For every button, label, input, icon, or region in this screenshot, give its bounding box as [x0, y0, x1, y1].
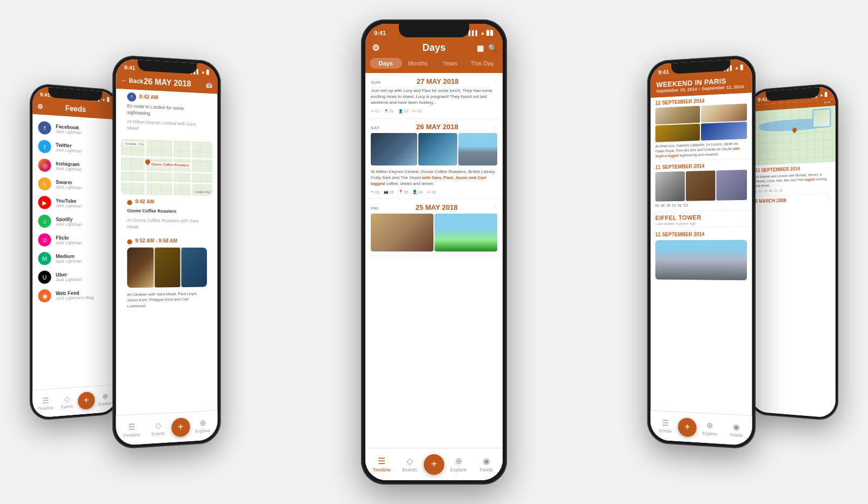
- footer-entry: At Caravan with Sara Mead, Paul Lloyd, J…: [121, 291, 212, 309]
- timeline-icon-3: ☰: [378, 456, 385, 466]
- list-item[interactable]: M Medium Jack Lightman: [32, 249, 117, 268]
- weekday-3: FRI: [371, 206, 378, 211]
- map-grid: Hospital - City Ozone Coffee Roasters Lo…: [121, 139, 212, 196]
- tab-feeds-3[interactable]: ◉ Feeds: [472, 456, 500, 473]
- map-area-label: London City: [195, 190, 211, 194]
- date-1: 27 MAY 2018: [380, 77, 495, 85]
- tab-events-2[interactable]: ◇ Events: [145, 420, 171, 437]
- feeds-icon-3: ◉: [483, 456, 490, 466]
- photo-dog: [371, 214, 433, 251]
- list-item[interactable]: U Uber Jack Lightman: [32, 267, 117, 287]
- day-header-2: SAT 26 MAY 2018 ↑: [371, 123, 497, 131]
- map-label-ozone: Ozone Coffee Roasters: [149, 162, 191, 168]
- phone-timeline: 9:41 ▌▌▌ ▲ ▊ ← Back 26 MAY 2018 📅: [112, 55, 221, 449]
- section-header-march: 6 MARCH 2008 ↑: [755, 197, 831, 204]
- timeline-entry-2: 9:42 AM Ozone Coffee Roasters At Ozone C…: [121, 198, 212, 238]
- gear-icon[interactable]: ⚙: [37, 103, 43, 111]
- list-item[interactable]: ♫ Spotify Jack Lightman: [32, 211, 117, 231]
- timeline-icon-2: ☰: [128, 422, 135, 432]
- pattern-photo: [418, 133, 457, 165]
- explore-icon-4: ⊕: [706, 421, 713, 430]
- search-icon-3[interactable]: 🔍: [488, 44, 497, 52]
- tab-explore-3[interactable]: ⊕ Explore: [444, 456, 472, 473]
- feeds-title: Feeds: [65, 104, 86, 114]
- back-button[interactable]: ← Back: [121, 77, 143, 85]
- share-icon-1[interactable]: ↑: [495, 79, 497, 85]
- paris-section-1: 12 SEPTEMBER 2014 ↑ At Hôtel Icon, Galer…: [651, 92, 752, 162]
- swarm-dot-2: [127, 239, 132, 244]
- fab-button[interactable]: +: [78, 391, 95, 409]
- map-area: Hospital - City Ozone Coffee Roasters Lo…: [121, 139, 212, 196]
- fab-button-2[interactable]: +: [171, 417, 190, 437]
- events-icon-3: ◇: [406, 456, 413, 466]
- day-entry-3: FRI 25 MAY 2018 ↑: [365, 199, 503, 256]
- feed-info: YouTube Jack Lightman: [56, 198, 82, 209]
- stat-tag: 🏷 01: [412, 109, 422, 114]
- tab-days[interactable]: Days: [370, 58, 402, 69]
- feed-info: Flickr Jack Lightman: [56, 235, 82, 245]
- photos-row: [127, 248, 207, 288]
- tab-timeline-2[interactable]: ☰ Timeline: [118, 421, 145, 439]
- tab-months[interactable]: Months: [402, 58, 435, 69]
- bird-photo: [458, 133, 497, 165]
- weekday-2: SAT: [371, 125, 380, 130]
- days-header-icons: ▦ 🔍: [477, 44, 497, 52]
- notch-3: [399, 24, 469, 37]
- time-3: 9:41: [374, 30, 386, 36]
- tab-timeline-3[interactable]: ☰ Timeline: [368, 456, 396, 473]
- stat-pencil-2: ✏ 02: [371, 190, 379, 194]
- feed-info: Spotify Jack Lightman: [56, 216, 82, 227]
- flickr-icon: ⊙: [38, 233, 51, 246]
- phones-container: 9:41 ▌▌▌ ▲ ▊ ⚙ Feeds f Fa: [0, 0, 868, 504]
- share-eiffel[interactable]: ↑: [744, 217, 747, 222]
- share-march[interactable]: ↑: [829, 197, 831, 202]
- uber-icon: U: [38, 270, 51, 283]
- calendar-icon[interactable]: 📅: [205, 82, 212, 89]
- fab-button-4[interactable]: +: [678, 417, 697, 437]
- place-name: Ozone Coffee Roasters: [127, 208, 207, 215]
- eiffel-photo: [656, 240, 747, 281]
- share-paris-1[interactable]: ↑: [744, 97, 747, 102]
- list-item[interactable]: ◎ Instagram Jack Lightman: [32, 155, 117, 177]
- explore-icon-2: ⊕: [199, 418, 206, 428]
- calendar-icon-3[interactable]: ▦: [477, 44, 484, 52]
- eiffel-section: EIFFEL TOWER Last visited 4 years ago ↑: [651, 210, 752, 227]
- days-content: SUN 27 MAY 2018 ↑ Just met up with Lucy …: [365, 73, 503, 480]
- stat-people-2: 👤 04: [412, 190, 423, 194]
- tab-events-3[interactable]: ◇ Events: [396, 456, 424, 473]
- tab-feeds-4[interactable]: ◉ Feeds: [723, 421, 750, 439]
- list-item[interactable]: s Swarm Jack Lightman: [32, 174, 117, 195]
- phone-center-screen: 9:41 ▌▌▌ ▲ ▊▊ ⚙ Days ▦ 🔍 Days Months: [365, 24, 503, 480]
- tab-explore-2[interactable]: ⊕ Explore: [190, 417, 215, 434]
- settings-icon[interactable]: ⚙: [372, 43, 379, 53]
- day-photos-3: [371, 214, 497, 251]
- phone-rightmost: 9:41 ▌▌ ▲ ▊ ···: [749, 83, 838, 421]
- map-road: [121, 181, 212, 184]
- share-icon-3[interactable]: ↑: [495, 205, 497, 211]
- map-section-top: [751, 105, 835, 165]
- fab-button-3[interactable]: +: [424, 454, 444, 475]
- feeds-list: f Facebook Jack Lightman t Twitter Jack …: [32, 114, 117, 418]
- phone-paris: 9:41 ▌▌▌ ▲ ▊ WEEKEND IN PARIS September …: [647, 55, 756, 449]
- list-item[interactable]: ▶ YouTube Jack Lightman: [32, 193, 117, 214]
- photo-interior: [701, 103, 747, 122]
- tab-years[interactable]: Years: [434, 58, 466, 69]
- share-11[interactable]: ↑: [829, 165, 831, 170]
- list-item[interactable]: ⊙ Flickr Jack Lightman: [32, 230, 117, 249]
- bottom-tab-bar-1: ☰ Timeline ◇ Events + ⊕ Explore: [32, 384, 117, 418]
- tab-explore-4[interactable]: ⊕ Explore: [697, 420, 723, 437]
- feed-info: Medium Jack Lightman: [56, 254, 82, 264]
- tab-timeline[interactable]: ☰ Timeline: [35, 395, 57, 412]
- map-section-grid: [751, 105, 835, 165]
- list-item[interactable]: ◉ Web Feed Jack Lightman's Blog: [32, 286, 117, 306]
- tab-events[interactable]: ◇ Events: [56, 394, 78, 409]
- day-header-3: FRI 25 MAY 2018 ↑: [371, 203, 497, 211]
- explore-icon: ⊕: [102, 392, 108, 401]
- feed-info: Swarm Jack Lightman: [56, 179, 82, 190]
- map-road-v: [172, 141, 173, 196]
- share-icon-2[interactable]: ↑: [495, 124, 497, 130]
- tab-enrolled[interactable]: ☰ Enrôlé: [652, 417, 678, 434]
- phone-rightmost-screen: 9:41 ▌▌ ▲ ▊ ···: [751, 86, 835, 419]
- paris-section-2: 11 SEPTEMBER 2014 02 06 05 01 01 C2: [651, 159, 752, 212]
- tab-this-day[interactable]: This Day: [466, 58, 499, 69]
